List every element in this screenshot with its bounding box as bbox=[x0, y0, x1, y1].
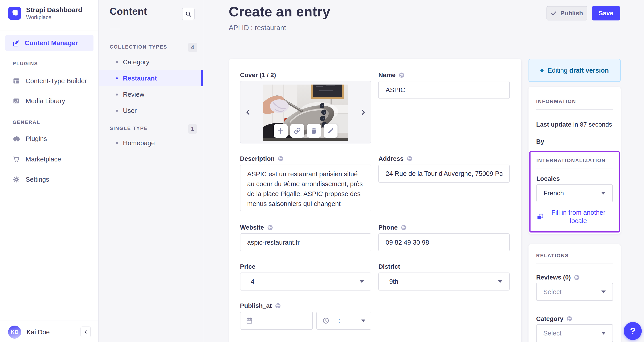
workspace-name: Workplace bbox=[26, 14, 82, 21]
user-menu[interactable]: KD Kai Doe bbox=[8, 325, 50, 339]
globe-icon bbox=[566, 315, 573, 322]
publish-button[interactable]: Publish bbox=[546, 6, 587, 21]
reviews-label: Reviews (0) bbox=[536, 274, 571, 281]
bullet-icon bbox=[116, 94, 118, 96]
gear-icon bbox=[12, 176, 20, 183]
search-button[interactable] bbox=[182, 8, 194, 20]
add-media-button[interactable] bbox=[274, 124, 288, 138]
information-heading: INFORMATION bbox=[536, 99, 613, 104]
sidebar-item-settings[interactable]: Settings bbox=[12, 175, 49, 184]
relations-divider bbox=[536, 263, 613, 264]
cover-media-carousel bbox=[240, 81, 371, 143]
page-title: Create an entry bbox=[229, 4, 330, 20]
carousel-previous-button[interactable] bbox=[244, 108, 252, 117]
collection-types-count-badge: 4 bbox=[188, 43, 197, 52]
sidebar-footer-divider bbox=[0, 320, 98, 320]
user-name: Kai Doe bbox=[26, 328, 50, 336]
sidebar-item-media-library[interactable]: Media Library bbox=[12, 97, 65, 106]
entry-form-card: Cover (1 / 2) bbox=[229, 59, 521, 342]
delete-media-button[interactable] bbox=[307, 124, 321, 138]
subnav-item-category[interactable]: Category bbox=[99, 54, 203, 70]
locales-label: Locales bbox=[536, 175, 613, 182]
calendar-icon bbox=[246, 317, 253, 324]
field-website: Website bbox=[240, 224, 371, 251]
cart-icon bbox=[12, 156, 20, 163]
last-update-row: Last update in 87 seconds bbox=[536, 121, 613, 128]
sidebar-divider bbox=[0, 31, 98, 31]
globe-icon bbox=[267, 224, 274, 231]
field-phone: Phone bbox=[378, 224, 510, 251]
sidebar-section-plugins: PLUGINS bbox=[12, 61, 38, 67]
publish-at-label: Publish_at bbox=[240, 302, 272, 309]
description-label: Description bbox=[240, 155, 274, 162]
globe-icon bbox=[400, 224, 407, 231]
subnav-divider bbox=[110, 29, 120, 29]
website-input[interactable] bbox=[240, 233, 371, 251]
bullet-icon bbox=[116, 77, 118, 79]
relations-card: RELATIONS Reviews (0) Select Category Se… bbox=[528, 244, 621, 342]
chevron-down-icon bbox=[361, 319, 365, 322]
date-picker-input[interactable] bbox=[240, 312, 313, 330]
help-button[interactable]: ? bbox=[624, 322, 642, 340]
reviews-relation-select[interactable]: Select bbox=[536, 283, 613, 301]
status-dot-icon bbox=[540, 69, 544, 72]
chevron-down-icon bbox=[601, 192, 606, 194]
workspace-brand[interactable]: Strapi Dashboard Workplace bbox=[8, 6, 82, 21]
app-sidebar: Strapi Dashboard Workplace Content Manag… bbox=[0, 0, 99, 342]
phone-label: Phone bbox=[378, 224, 398, 231]
chevron-down-icon bbox=[601, 332, 606, 334]
globe-icon bbox=[574, 274, 580, 281]
chevron-down-icon bbox=[601, 290, 606, 293]
clock-icon bbox=[322, 317, 330, 324]
price-label: Price bbox=[240, 263, 256, 270]
subnav-item-user[interactable]: User bbox=[99, 103, 203, 119]
avatar: KD bbox=[8, 325, 21, 339]
single-type-count-badge: 1 bbox=[188, 124, 197, 134]
sidebar-item-marketplace[interactable]: Marketplace bbox=[12, 155, 61, 164]
internationalization-section: INTERNATIONALIZATION Locales French Fill… bbox=[530, 151, 620, 232]
duplicate-icon bbox=[536, 213, 544, 221]
field-cover: Cover (1 / 2) bbox=[240, 72, 371, 143]
category-relation-select[interactable]: Select bbox=[536, 324, 613, 342]
carousel-next-button[interactable] bbox=[359, 108, 368, 117]
description-textarea[interactable]: ASPIC est un restaurant parisien situé a… bbox=[240, 165, 371, 211]
image-icon bbox=[12, 97, 20, 105]
chevron-down-icon bbox=[498, 280, 502, 283]
time-picker-input[interactable]: --:-- bbox=[316, 312, 371, 330]
field-price: Price _4 bbox=[240, 263, 371, 290]
sidebar-item-label: Content Manager bbox=[25, 39, 78, 47]
save-button[interactable]: Save bbox=[592, 6, 620, 21]
fill-from-locale-link[interactable]: Fill in from another locale bbox=[536, 208, 613, 225]
address-label: Address bbox=[378, 155, 404, 162]
copy-link-button[interactable] bbox=[290, 124, 304, 138]
edit-media-button[interactable] bbox=[324, 124, 338, 138]
api-id-subtitle: API ID : restaurant bbox=[229, 24, 286, 32]
sidebar-item-plugins[interactable]: Plugins bbox=[12, 134, 47, 143]
subnav-item-restaurant[interactable]: Restaurant bbox=[99, 70, 203, 86]
sidebar-item-content-type-builder[interactable]: Content-Type Builder bbox=[12, 77, 87, 86]
bullet-icon bbox=[116, 142, 118, 144]
district-select[interactable]: _9th bbox=[378, 272, 510, 290]
feather-pen-icon bbox=[12, 39, 20, 47]
subnav-item-review[interactable]: Review bbox=[99, 86, 203, 103]
time-placeholder: --:-- bbox=[334, 317, 344, 324]
collapse-sidebar-button[interactable] bbox=[80, 326, 91, 337]
layout-grid-icon bbox=[12, 77, 20, 85]
locale-select[interactable]: French bbox=[536, 184, 613, 202]
phone-input[interactable] bbox=[378, 233, 510, 251]
content-subnav: Content COLLECTION TYPES 4 Category Rest… bbox=[99, 0, 203, 342]
subnav-item-homepage[interactable]: Homepage bbox=[99, 135, 203, 151]
bullet-icon bbox=[116, 61, 118, 63]
address-input[interactable] bbox=[378, 165, 510, 183]
strapi-logo-icon bbox=[8, 7, 21, 20]
internationalization-heading: INTERNATIONALIZATION bbox=[536, 158, 613, 163]
app-title: Strapi Dashboard bbox=[26, 6, 82, 14]
draft-status-banner: Editing draft version bbox=[528, 59, 621, 82]
price-select[interactable]: _4 bbox=[240, 272, 371, 290]
sidebar-item-content-manager[interactable]: Content Manager bbox=[6, 35, 94, 51]
field-name: Name bbox=[378, 72, 510, 143]
subnav-title: Content bbox=[110, 6, 147, 17]
field-address: Address bbox=[378, 155, 510, 212]
globe-icon bbox=[277, 155, 284, 162]
name-input[interactable] bbox=[378, 81, 510, 99]
